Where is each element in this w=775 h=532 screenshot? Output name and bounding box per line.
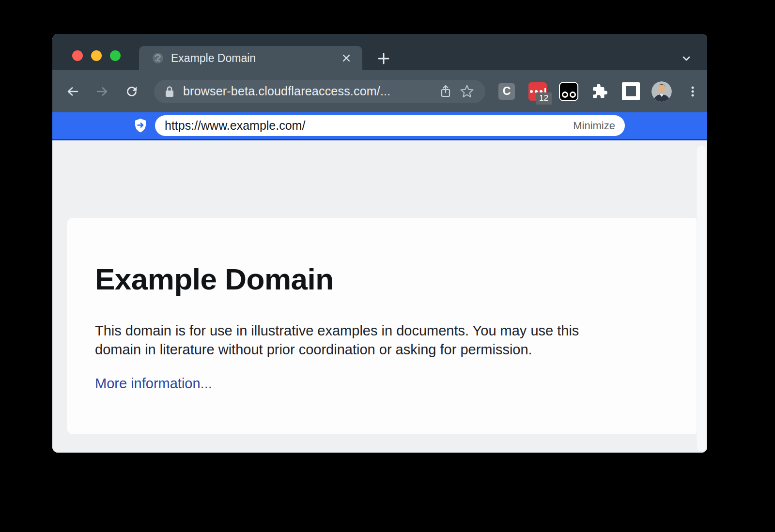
back-icon [65, 84, 80, 99]
side-panel-icon [622, 82, 640, 100]
more-information-link[interactable]: More information... [95, 376, 212, 392]
side-panel-button[interactable] [621, 82, 640, 101]
isolation-bar: https://www.example.com/ Minimize [52, 112, 707, 140]
puzzle-icon [591, 83, 608, 100]
chevron-down-icon [680, 52, 693, 65]
lock-icon [164, 85, 175, 98]
page-viewport: Example Domain This domain is for use in… [52, 140, 707, 453]
new-tab-button[interactable] [374, 49, 393, 68]
noir-icon [559, 82, 578, 101]
star-icon [460, 84, 474, 99]
browser-window: Example Domain [52, 34, 707, 453]
address-bar[interactable]: browser-beta.cloudflareaccess.com/... [154, 80, 485, 103]
avatar [651, 81, 672, 102]
page-paragraph: This domain is for use in illustrative e… [95, 321, 626, 359]
close-window-button[interactable] [72, 50, 83, 61]
reload-button[interactable] [121, 81, 142, 102]
noir-extension-button[interactable] [559, 82, 578, 101]
browser-toolbar: browser-beta.cloudflareaccess.com/... C [52, 70, 707, 112]
omnibox-url[interactable]: browser-beta.cloudflareaccess.com/... [183, 84, 435, 98]
extension-badge: 12 [536, 92, 552, 105]
bookmark-button[interactable] [456, 81, 478, 102]
minimize-window-button[interactable] [91, 50, 102, 61]
tab-close-icon[interactable] [339, 51, 354, 65]
reload-icon [124, 84, 139, 99]
shield-arrow-icon [133, 118, 148, 134]
share-button[interactable] [435, 81, 456, 102]
back-button[interactable] [62, 81, 83, 102]
extensions-row: C 12 [497, 82, 702, 101]
forward-button[interactable] [92, 81, 113, 102]
example-domain-card: Example Domain This domain is for use in… [67, 218, 699, 434]
tab-title: Example Domain [171, 52, 339, 65]
lastpass-extension-button[interactable]: 12 [528, 82, 547, 101]
minimize-button[interactable]: Minimize [573, 120, 615, 132]
plus-icon [376, 51, 391, 66]
tab-search-button[interactable] [677, 49, 696, 68]
c-extension-button[interactable]: C [497, 82, 516, 101]
extensions-menu-button[interactable] [590, 82, 609, 101]
isolation-url-bar[interactable]: https://www.example.com/ Minimize [155, 115, 625, 136]
profile-button[interactable] [652, 82, 671, 101]
isolation-url[interactable]: https://www.example.com/ [165, 119, 573, 133]
browser-menu-button[interactable] [683, 82, 702, 101]
tab-example-domain[interactable]: Example Domain [139, 46, 362, 70]
c-extension-icon: C [498, 83, 515, 100]
tab-strip: Example Domain [52, 34, 707, 70]
share-icon [439, 84, 452, 99]
scrollbar[interactable] [697, 145, 706, 451]
page-title: Example Domain [95, 264, 626, 294]
globe-favicon-icon [152, 52, 164, 64]
zoom-window-button[interactable] [110, 50, 121, 61]
forward-icon [94, 84, 110, 99]
traffic-lights [72, 50, 121, 61]
kebab-menu-icon [686, 85, 699, 98]
